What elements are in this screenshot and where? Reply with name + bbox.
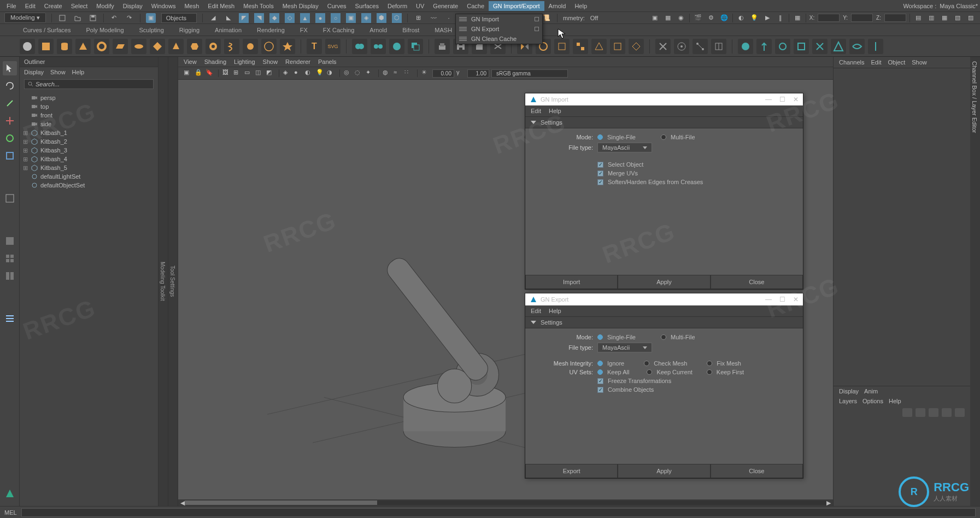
import-close-btn[interactable]: ✕	[793, 96, 799, 103]
open-scene-icon[interactable]	[73, 13, 83, 23]
ao-icon[interactable]: ◍	[383, 69, 391, 78]
crease-icon[interactable]	[831, 39, 846, 54]
uv-keepfirst-label[interactable]: Keep First	[717, 369, 744, 375]
viewport-hscroll[interactable]: ◀▶	[178, 499, 833, 506]
snap-grid-icon[interactable]: ⊞	[413, 13, 423, 23]
poly-cylinder-icon[interactable]	[57, 39, 72, 54]
poly-pyramid-icon[interactable]	[168, 39, 184, 54]
import-multi-radio[interactable]	[661, 134, 666, 140]
play-icon[interactable]: ▶	[762, 13, 772, 23]
export-max-btn[interactable]: ☐	[779, 296, 785, 303]
shelf-tab-curves[interactable]: Curves / Surfaces	[20, 26, 74, 34]
layer-icon-2[interactable]	[916, 408, 925, 417]
cam-lock-icon[interactable]: 🔒	[195, 69, 203, 78]
construction-history-icon[interactable]: 📜	[542, 13, 551, 23]
menu-generate[interactable]: Generate	[429, 1, 462, 11]
modeling-toolkit-tab[interactable]: Modeling Toolkit	[159, 57, 168, 506]
tool-settings-tab[interactable]: Tool Settings	[168, 57, 178, 506]
export-help-menu[interactable]: Help	[549, 308, 561, 314]
uv-keepfirst-radio[interactable]	[707, 369, 712, 375]
mask-icon-7[interactable]: ▲	[300, 13, 310, 23]
two-view-icon[interactable]	[3, 269, 17, 283]
menu-mesh-display[interactable]: Mesh Display	[278, 1, 323, 11]
import-help-menu[interactable]: Help	[549, 108, 561, 114]
chobject-tab[interactable]: Object	[888, 59, 905, 66]
shelf-tab-rig[interactable]: Rigging	[176, 26, 203, 34]
integrity-fix-label[interactable]: Fix Mesh	[717, 360, 741, 367]
option-box-icon[interactable]	[535, 27, 539, 31]
shelf-tab-sculpt[interactable]: Sculpting	[136, 26, 167, 34]
outliner-search[interactable]: Search...	[24, 79, 154, 89]
export-multi-label[interactable]: Multi-File	[671, 334, 695, 340]
import-merge-uvs-check[interactable]: ✓	[597, 170, 603, 176]
exposure-icon[interactable]: ☀	[421, 69, 430, 78]
combine-icon[interactable]	[352, 39, 367, 54]
menu-file[interactable]: File	[2, 1, 21, 11]
outliner-toggle-icon[interactable]	[3, 311, 17, 326]
layers-tab[interactable]: Layers	[839, 398, 857, 404]
menu-display[interactable]: Display	[119, 1, 147, 11]
colorspace-dropdown[interactable]: sRGB gamma	[491, 69, 568, 78]
layer-icon-1[interactable]	[902, 408, 912, 417]
sculpt-icon[interactable]	[738, 39, 753, 54]
svg-icon[interactable]: SVG	[325, 39, 341, 54]
import-single-label[interactable]: Single-File	[607, 134, 636, 140]
view-menu[interactable]: View	[184, 58, 197, 65]
anim-tab[interactable]: Anim	[864, 388, 878, 395]
import-filetype-select[interactable]: MayaAscii	[597, 143, 652, 152]
cam-bookmark-icon[interactable]: 🔖	[206, 69, 214, 78]
outliner-node[interactable]: persp	[21, 93, 157, 102]
layer-icon-5[interactable]	[955, 408, 965, 417]
mode-dropdown[interactable]: Modeling ▾	[4, 13, 46, 23]
shelf-tab-bifrost[interactable]: Bifrost	[399, 26, 422, 34]
scale-tool[interactable]	[3, 149, 17, 163]
select-tool[interactable]	[3, 61, 17, 75]
export-combine-check[interactable]: ✓	[597, 387, 603, 393]
outliner-node[interactable]: ⊞Kitbash_3	[21, 146, 157, 155]
integrity-ignore-label[interactable]: Ignore	[607, 360, 624, 367]
export-single-radio[interactable]	[597, 334, 603, 340]
shaded-icon[interactable]: ●	[294, 69, 303, 78]
select-by-object-icon[interactable]: ▣	[146, 13, 156, 23]
mask-icon-13[interactable]: ⬡	[392, 13, 402, 23]
joints-xray-icon[interactable]: ✦	[366, 69, 374, 78]
wireframe-icon[interactable]: ◈	[283, 69, 292, 78]
panels-menu[interactable]: Panels	[318, 58, 337, 65]
layout-icon-3[interactable]: ▦	[940, 13, 949, 23]
renderer-menu[interactable]: Renderer	[285, 58, 310, 65]
export-button[interactable]: Export	[525, 464, 618, 478]
mask-icon-8[interactable]: ●	[315, 13, 325, 23]
four-view-icon[interactable]	[3, 251, 17, 266]
extrude-icon[interactable]	[435, 39, 450, 54]
outliner-node[interactable]: ⊞Kitbash_2	[21, 137, 157, 146]
poly-super-icon[interactable]	[280, 39, 295, 54]
import-close-button[interactable]: Close	[711, 275, 803, 289]
pause-icon[interactable]: ‖	[776, 13, 785, 23]
export-min-btn[interactable]: —	[765, 296, 772, 303]
normals-icon[interactable]	[756, 39, 772, 54]
isolate-icon[interactable]: ◎	[344, 69, 353, 78]
menu-windows[interactable]: Windows	[147, 1, 180, 11]
exposure-input[interactable]	[432, 69, 454, 78]
symmetry-value[interactable]: Off	[590, 15, 598, 21]
workspace-dropdown[interactable]: Maya Classic*	[940, 3, 978, 9]
redo-icon[interactable]: ↷	[125, 13, 134, 23]
option-box-icon[interactable]	[535, 17, 539, 21]
smooth-icon[interactable]	[389, 39, 404, 54]
channelbox-side-tab[interactable]: Channel Box / Layer Editor	[971, 61, 978, 502]
export-multi-radio[interactable]	[661, 334, 666, 340]
poly-prism-icon[interactable]	[187, 39, 202, 54]
layout-icon-5[interactable]: ▨	[966, 13, 976, 23]
grid-icon[interactable]: ⊞	[233, 69, 242, 78]
mask-icon-6[interactable]: ◇	[285, 13, 295, 23]
render-seq-icon[interactable]: ▦	[663, 13, 673, 23]
layer-icon-4[interactable]	[942, 408, 952, 417]
cleanup-icon[interactable]	[812, 39, 828, 54]
uv-keepall-label[interactable]: Keep All	[607, 369, 629, 375]
textured-icon[interactable]: ◐	[305, 69, 314, 78]
mask-icon-11[interactable]: ◈	[361, 13, 371, 23]
poly-plane-icon[interactable]	[113, 39, 128, 54]
mask-icon-9[interactable]: ○	[331, 13, 341, 23]
shelf-tab-arnold[interactable]: Arnold	[366, 26, 390, 34]
outliner-node[interactable]: defaultObjectSet	[21, 181, 157, 190]
